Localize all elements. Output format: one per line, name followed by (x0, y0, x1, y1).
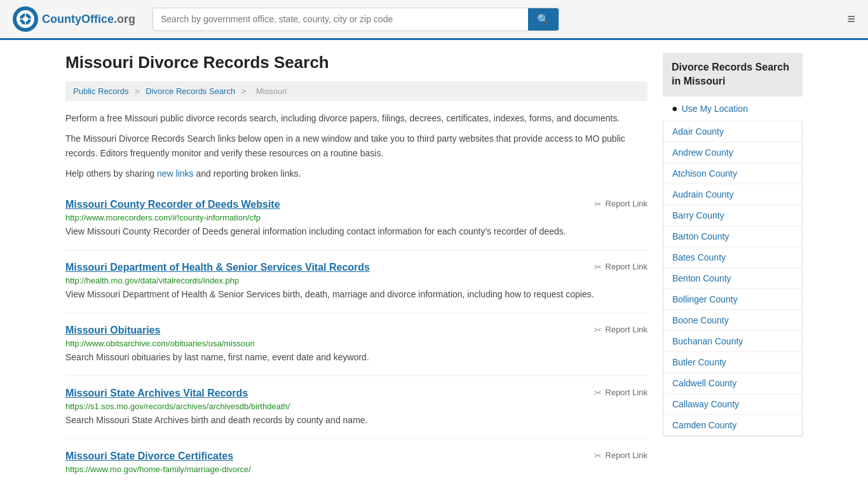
list-item: Buchanan County (663, 331, 802, 352)
result-title-3[interactable]: Missouri State Archives Vital Records (65, 388, 248, 399)
breadcrumb-public-records[interactable]: Public Records (73, 86, 128, 96)
scissors-icon-1 (594, 262, 602, 272)
list-item: Benton County (663, 268, 802, 289)
list-item: Atchison County (663, 163, 802, 184)
report-link-4[interactable]: Report Link (594, 451, 648, 461)
main-content: Missouri Divorce Records Search Public R… (65, 53, 648, 488)
list-item: Barton County (663, 226, 802, 247)
result-url-0: http://www.morecorders.com/#!county-info… (65, 213, 648, 222)
menu-button[interactable]: ≡ (847, 11, 855, 27)
content-wrapper: Missouri Divorce Records Search Public R… (53, 40, 815, 488)
list-item: Boone County (663, 310, 802, 331)
sidebar-item-callaway-county[interactable]: Callaway County (663, 394, 802, 414)
sidebar-item-barton-county[interactable]: Barton County (663, 226, 802, 247)
new-links-link[interactable]: new links (157, 168, 194, 179)
search-input[interactable] (153, 9, 528, 29)
result-title-2[interactable]: Missouri Obituaries (65, 325, 160, 336)
sidebar-item-bollinger-county[interactable]: Bollinger County (663, 289, 802, 309)
result-url-4: https://www.mo.gov/home-family/marriage-… (65, 464, 648, 474)
result-url-2: http://www.obitsarchive.com/obituaries/u… (65, 339, 648, 348)
report-link-1[interactable]: Report Link (594, 262, 648, 272)
breadcrumb-sep-1: > (135, 86, 142, 96)
page-title: Missouri Divorce Records Search (65, 53, 648, 72)
sidebar-item-atchison-county[interactable]: Atchison County (663, 163, 802, 184)
list-item: Bates County (663, 247, 802, 268)
sidebar-item-camden-county[interactable]: Camden County (663, 415, 802, 435)
list-item: Adair County (663, 121, 802, 142)
result-title-4[interactable]: Missouri State Divorce Certificates (65, 451, 233, 462)
result-desc-2: Search Missouri obituaries by last name,… (65, 351, 648, 364)
result-url-1: http://health.mo.gov/data/vitalrecords/i… (65, 276, 648, 285)
sidebar: Divorce Records Search in Missouri ● Use… (663, 53, 803, 488)
result-title-0[interactable]: Missouri County Recorder of Deeds Websit… (65, 199, 280, 210)
county-list: Adair CountyAndrew CountyAtchison County… (663, 121, 803, 437)
intro-paragraph-2: The Missouri Divorce Records Search link… (65, 132, 648, 160)
logo-area: CountyOffice.org (13, 6, 140, 32)
result-item-1: Missouri Department of Health & Senior S… (65, 250, 648, 313)
scissors-icon-0 (594, 199, 602, 209)
list-item: Caldwell County (663, 373, 802, 394)
logo-icon (13, 6, 38, 32)
sidebar-item-buchanan-county[interactable]: Buchanan County (663, 331, 802, 351)
sidebar-item-butler-county[interactable]: Butler County (663, 352, 802, 372)
search-bar[interactable]: 🔍 (153, 8, 559, 31)
sidebar-title: Divorce Records Search in Missouri (663, 53, 803, 97)
sidebar-item-barry-county[interactable]: Barry County (663, 205, 802, 226)
intro-paragraph-3: Help others by sharing new links and rep… (65, 166, 648, 180)
intro-paragraph-1: Perform a free Missouri public divorce r… (65, 111, 648, 125)
result-desc-1: View Missouri Department of Health & Sen… (65, 288, 648, 301)
sidebar-item-adair-county[interactable]: Adair County (663, 121, 802, 142)
list-item: Butler County (663, 352, 802, 373)
result-item-3: Missouri State Archives Vital Records Re… (65, 376, 648, 439)
result-item-0: Missouri County Recorder of Deeds Websit… (65, 187, 648, 250)
result-item-4: Missouri State Divorce Certificates Repo… (65, 439, 648, 488)
use-location-button[interactable]: ● Use My Location (663, 97, 803, 121)
breadcrumb: Public Records > Divorce Records Search … (65, 81, 648, 101)
logo-text: CountyOffice.org (42, 13, 135, 26)
result-url-3: https://s1.sos.mo.gov/records/archives/a… (65, 402, 648, 411)
list-item: Callaway County (663, 394, 802, 415)
use-location-label: Use My Location (682, 104, 748, 114)
report-link-3[interactable]: Report Link (594, 388, 648, 398)
breadcrumb-divorce-records[interactable]: Divorce Records Search (146, 86, 235, 96)
sidebar-item-audrain-county[interactable]: Audrain County (663, 184, 802, 205)
sidebar-item-caldwell-county[interactable]: Caldwell County (663, 373, 802, 393)
result-title-1[interactable]: Missouri Department of Health & Senior S… (65, 262, 370, 273)
sidebar-item-bates-county[interactable]: Bates County (663, 247, 802, 268)
list-item: Andrew County (663, 142, 802, 163)
breadcrumb-sep-2: > (241, 86, 248, 96)
sidebar-item-boone-county[interactable]: Boone County (663, 310, 802, 330)
list-item: Barry County (663, 205, 802, 226)
sidebar-item-benton-county[interactable]: Benton County (663, 268, 802, 288)
results-list: Missouri County Recorder of Deeds Websit… (65, 187, 648, 488)
result-item-2: Missouri Obituaries Report Link http://w… (65, 313, 648, 376)
location-icon: ● (672, 103, 678, 114)
result-desc-0: View Missouri County Recorder of Deeds g… (65, 225, 648, 238)
sidebar-item-andrew-county[interactable]: Andrew County (663, 142, 802, 163)
scissors-icon-4 (594, 451, 602, 461)
result-desc-3: Search Missouri State Archives birth and… (65, 414, 648, 427)
report-link-2[interactable]: Report Link (594, 325, 648, 335)
search-button[interactable]: 🔍 (528, 8, 559, 30)
list-item: Audrain County (663, 184, 802, 205)
list-item: Camden County (663, 415, 802, 436)
scissors-icon-2 (594, 325, 602, 335)
breadcrumb-missouri: Missouri (256, 86, 287, 96)
list-item: Bollinger County (663, 289, 802, 310)
report-link-0[interactable]: Report Link (594, 199, 648, 209)
scissors-icon-3 (594, 388, 602, 398)
site-header: CountyOffice.org 🔍 ≡ (0, 0, 868, 40)
